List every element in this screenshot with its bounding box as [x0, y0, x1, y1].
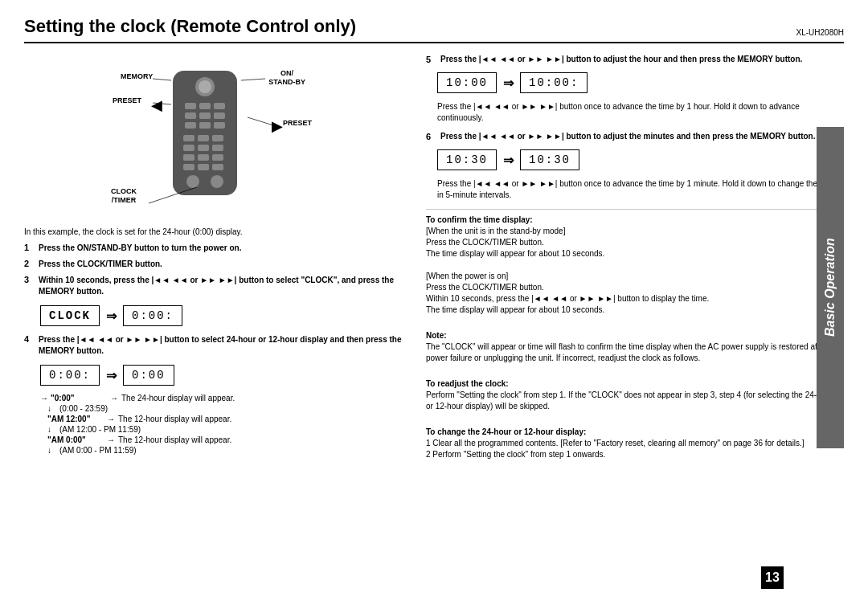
- label-memory: MEMORY: [121, 72, 153, 80]
- step-6-display: 10:30 ⇒ 10:30: [437, 146, 836, 174]
- step-4-arrow: ⇒: [106, 368, 117, 383]
- remote-svg: [169, 71, 241, 203]
- step-4-text: Press the |◄◄ ◄◄ or ►► ►►| button to sel…: [39, 334, 410, 357]
- step-6-sub: Press the |◄◄ ◄◄ or ►► ►►| button once t…: [437, 178, 836, 201]
- label-on-standby: ON/STAND-BY: [268, 69, 305, 87]
- confirm-standby-label: [When the unit is in the stand-by mode]: [426, 226, 836, 237]
- page-container: Setting the clock (Remote Control only) …: [24, 16, 844, 460]
- step-3-num: 3: [24, 275, 35, 284]
- option-12hr-am12-sub: ↓ (AM 12:00 - PM 11:59): [40, 425, 410, 434]
- svg-line-29: [248, 117, 273, 125]
- step-6-header: 6 Press the |◄◄ ◄◄ or ►► ►►| button to a…: [426, 132, 836, 141]
- note-title: Note:: [426, 330, 836, 341]
- svg-rect-21: [183, 164, 194, 170]
- option-12hr-am0-sub: ↓ (AM 0:00 - PM 11:59): [40, 446, 410, 455]
- option-24hr: → "0:00" → The 24-hour display will appe…: [40, 394, 410, 403]
- sidebar-label: Basic Operation: [817, 127, 844, 448]
- step-6-text: Press the |◄◄ ◄◄ or ►► ►►| button to adj…: [440, 132, 815, 141]
- step-2-text: Press the CLOCK/TIMER button.: [39, 259, 162, 270]
- step-2: 2 Press the CLOCK/TIMER button.: [24, 259, 410, 270]
- step-2-num: 2: [24, 259, 35, 268]
- svg-rect-11: [214, 122, 225, 129]
- svg-point-2: [199, 80, 211, 93]
- step-5: 5 Press the |◄◄ ◄◄ or ►► ►►| button to a…: [426, 55, 836, 124]
- page-header: Setting the clock (Remote Control only) …: [24, 16, 844, 43]
- step-6-display-left: 10:30: [437, 149, 497, 170]
- change24-title: To change the 24-hour or 12-hour display…: [426, 427, 836, 438]
- step-4: 4 Press the |◄◄ ◄◄ or ►► ►►| button to s…: [24, 334, 410, 357]
- step-4-num: 4: [24, 334, 35, 344]
- step-6-num: 6: [426, 132, 437, 141]
- step-3-display-right: 0:00:: [123, 305, 182, 326]
- svg-rect-9: [185, 122, 196, 129]
- content-area: MEMORY ON/STAND-BY PRESET ◀: [24, 55, 836, 460]
- change24-line1: 1 Clear all the programmed contents. [Re…: [426, 438, 836, 449]
- svg-point-25: [211, 175, 223, 188]
- step-1-num: 1: [24, 243, 35, 252]
- svg-rect-3: [185, 103, 196, 109]
- remote-diagram-area: MEMORY ON/STAND-BY PRESET ◀: [24, 55, 410, 227]
- svg-rect-17: [212, 145, 223, 151]
- svg-rect-19: [198, 154, 209, 161]
- arrow-right-icon: ▶: [272, 117, 283, 135]
- svg-rect-4: [199, 103, 211, 109]
- svg-rect-6: [185, 112, 196, 119]
- step-3-display: CLOCK ⇒ 0:00:: [40, 302, 410, 329]
- confirm-power-2: Within 10 seconds, press the |◄◄ ◄◄ or ►…: [426, 293, 836, 304]
- step-5-header: 5 Press the |◄◄ ◄◄ or ►► ►►| button to a…: [426, 55, 836, 64]
- confirm-section: To confirm the time display: [When the u…: [426, 215, 836, 316]
- step-6-display-right: 10:30: [520, 149, 579, 170]
- svg-rect-5: [214, 103, 225, 109]
- left-column: MEMORY ON/STAND-BY PRESET ◀: [24, 55, 410, 460]
- svg-rect-13: [198, 135, 209, 141]
- step-5-arrow: ⇒: [503, 76, 514, 91]
- page-title: Setting the clock (Remote Control only): [24, 16, 356, 37]
- step-3-display-left: CLOCK: [40, 305, 100, 326]
- right-column: 5 Press the |◄◄ ◄◄ or ►► ►►| button to a…: [426, 55, 836, 460]
- option-12hr-am12: "AM 12:00" → The 12-hour display will ap…: [40, 415, 410, 423]
- note-section: Note: The "CLOCK" will appear or time wi…: [426, 330, 836, 364]
- step-4-display: 0:00: ⇒ 0:00: [40, 362, 410, 389]
- change24-line2: 2 Perform "Setting the clock" from step …: [426, 449, 836, 460]
- step-4-options: → "0:00" → The 24-hour display will appe…: [40, 394, 410, 455]
- label-clock-timer: CLOCK/TIMER: [111, 187, 137, 205]
- confirm-power-label: [When the power is on]: [426, 271, 836, 282]
- model-number: XL-UH2080H: [796, 28, 844, 37]
- confirm-power-1: Press the CLOCK/TIMER button.: [426, 282, 836, 293]
- step-4-display-right: 0:00: [123, 365, 174, 386]
- step-5-sub: Press the |◄◄ ◄◄ or ►► ►►| button once t…: [437, 101, 836, 124]
- step-6: 6 Press the |◄◄ ◄◄ or ►► ►►| button to a…: [426, 132, 836, 201]
- svg-rect-22: [198, 164, 209, 170]
- confirm-standby-1: Press the CLOCK/TIMER button.: [426, 237, 836, 248]
- readjust-section: To readjust the clock: Perform "Setting …: [426, 378, 836, 412]
- svg-rect-10: [199, 122, 211, 129]
- change24-section: To change the 24-hour or 12-hour display…: [426, 427, 836, 460]
- step-5-text: Press the |◄◄ ◄◄ or ►► ►►| button to adj…: [440, 55, 802, 64]
- step-3-text: Within 10 seconds, press the |◄◄ ◄◄ or ►…: [39, 275, 410, 297]
- intro-text: In this example, the clock is set for th…: [24, 227, 410, 236]
- svg-rect-16: [198, 145, 209, 151]
- option-12hr-am0: "AM 0:00" → The 12-hour display will app…: [40, 435, 410, 444]
- confirm-title: To confirm the time display:: [426, 215, 836, 226]
- svg-point-24: [186, 175, 199, 188]
- step-4-display-left: 0:00:: [40, 365, 100, 386]
- svg-line-27: [241, 79, 265, 80]
- step-1-text: Press the ON/STAND-BY button to turn the…: [39, 243, 241, 254]
- step-5-display-left: 10:00: [437, 72, 497, 93]
- confirm-standby-2: The time display will appear for about 1…: [426, 248, 836, 260]
- confirm-power-3: The time display will appear for about 1…: [426, 304, 836, 316]
- readjust-text: Perform "Setting the clock" from step 1.…: [426, 390, 836, 412]
- step-5-display: 10:00 ⇒ 10:00:: [437, 69, 836, 96]
- main-layout: MEMORY ON/STAND-BY PRESET ◀: [24, 47, 844, 460]
- label-preset-left: PRESET: [113, 96, 141, 104]
- step-5-display-right: 10:00:: [520, 72, 588, 93]
- svg-rect-18: [183, 154, 194, 161]
- note-text: The "CLOCK" will appear or time will fla…: [426, 341, 836, 364]
- page-number: 13: [761, 566, 784, 589]
- main-content: MEMORY ON/STAND-BY PRESET ◀: [24, 47, 844, 460]
- step-1: 1 Press the ON/STAND-BY button to turn t…: [24, 243, 410, 254]
- svg-rect-14: [212, 135, 223, 141]
- step-3: 3 Within 10 seconds, press the |◄◄ ◄◄ or…: [24, 275, 410, 297]
- svg-rect-20: [212, 154, 223, 161]
- svg-rect-12: [183, 135, 194, 141]
